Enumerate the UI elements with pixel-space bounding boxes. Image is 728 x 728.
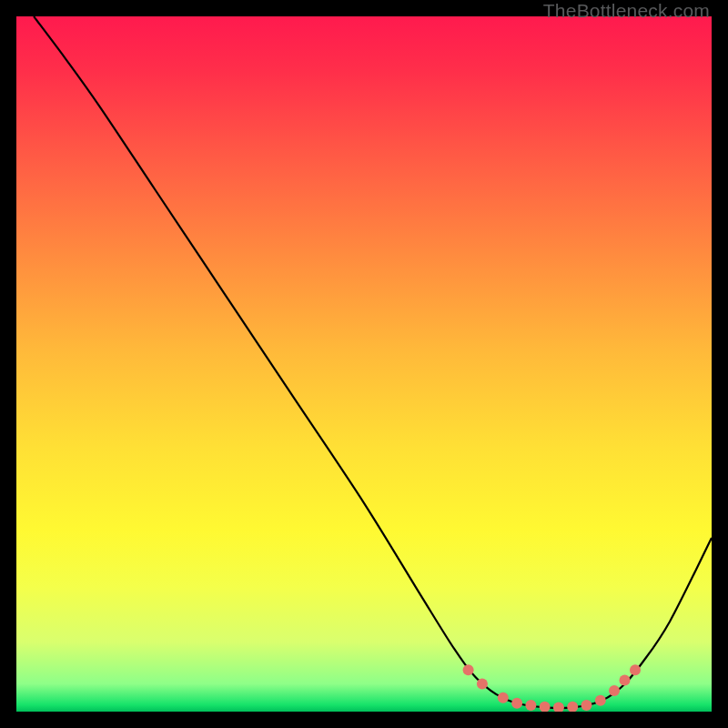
highlight-dot (595, 695, 606, 706)
highlight-dot (609, 685, 620, 696)
highlight-dot (477, 678, 488, 689)
highlight-dot (567, 702, 578, 712)
highlight-dots (463, 664, 641, 712)
highlight-dot (620, 675, 631, 686)
watermark-text: TheBottleneck.com (543, 0, 710, 22)
highlight-dot (511, 698, 522, 709)
highlight-dot (498, 693, 509, 703)
plot-area (16, 16, 712, 712)
highlight-dot (525, 700, 536, 711)
chart-frame: TheBottleneck.com (0, 0, 728, 728)
highlight-dot (630, 664, 641, 675)
highlight-dot (553, 702, 564, 712)
bottleneck-curve (34, 16, 712, 708)
highlight-dot (463, 664, 474, 675)
highlight-dot (581, 700, 592, 711)
highlight-dot (540, 702, 551, 712)
curve-svg (16, 16, 712, 712)
